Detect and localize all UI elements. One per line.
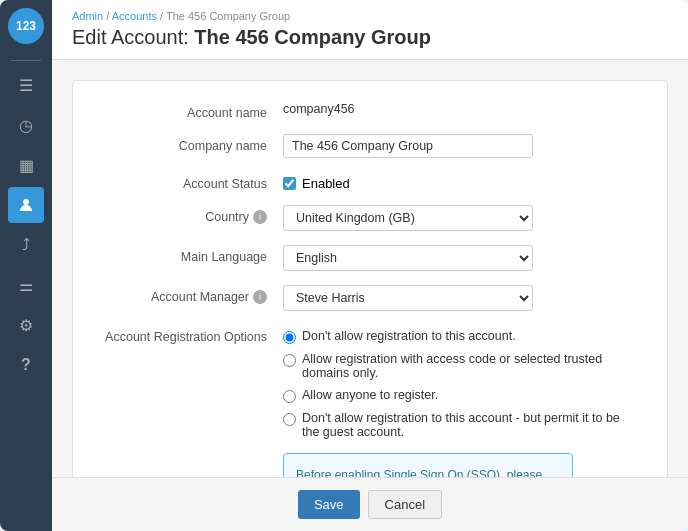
account-status-checkbox[interactable]: [283, 177, 296, 190]
country-row: Country i United Kingdom (GB) United Sta…: [103, 205, 637, 231]
page-header: Admin / Accounts / The 456 Company Group…: [52, 0, 688, 60]
radio-input-1[interactable]: [283, 331, 296, 344]
radio-option-4: Don't allow registration to this account…: [283, 411, 637, 439]
account-name-control: company456: [283, 101, 637, 116]
account-status-row: Account Status Enabled: [103, 172, 637, 191]
account-manager-control: Steve Harris Jane Doe John Smith: [283, 285, 637, 311]
form-card: Account name company456 Company name: [72, 80, 668, 477]
account-status-text[interactable]: Enabled: [302, 176, 350, 191]
app-logo: 123: [8, 8, 44, 44]
country-info-icon[interactable]: i: [253, 210, 267, 224]
sidebar-item-menu[interactable]: ☰: [8, 67, 44, 103]
sidebar-item-clock[interactable]: ◷: [8, 107, 44, 143]
company-name-control: [283, 134, 637, 158]
account-name-row: Account name company456: [103, 101, 637, 120]
content-area: Account name company456 Company name: [52, 60, 688, 477]
breadcrumb-accounts[interactable]: Accounts: [112, 10, 157, 22]
radio-label-1[interactable]: Don't allow registration to this account…: [302, 329, 516, 343]
sidebar-item-config[interactable]: ⚌: [8, 267, 44, 303]
country-select[interactable]: United Kingdom (GB) United States (US) G…: [283, 205, 533, 231]
breadcrumb: Admin / Accounts / The 456 Company Group: [72, 10, 668, 22]
main-language-select[interactable]: English French German Spanish: [283, 245, 533, 271]
account-name-value: company456: [283, 97, 355, 116]
radio-label-4[interactable]: Don't allow registration to this account…: [302, 411, 637, 439]
country-label: Country i: [103, 205, 283, 224]
radio-label-3[interactable]: Allow anyone to register.: [302, 388, 438, 402]
radio-option-1: Don't allow registration to this account…: [283, 329, 637, 344]
radio-label-2[interactable]: Allow registration with access code or s…: [302, 352, 637, 380]
main-area: Admin / Accounts / The 456 Company Group…: [52, 0, 688, 531]
sidebar: 123 ☰ ◷ ▦ ⤴ ⚌ ⚙ ?: [0, 0, 52, 531]
account-status-checkbox-row: Enabled: [283, 172, 637, 191]
radio-input-2[interactable]: [283, 354, 296, 367]
sso-info-box: Before enabling Single Sign On (SSO), pl…: [283, 453, 573, 477]
sidebar-item-help[interactable]: ?: [8, 347, 44, 383]
account-manager-row: Account Manager i Steve Harris Jane Doe …: [103, 285, 637, 311]
company-name-input[interactable]: [283, 134, 533, 158]
sidebar-item-accounts[interactable]: [8, 187, 44, 223]
cancel-button[interactable]: Cancel: [368, 490, 442, 519]
account-status-control: Enabled: [283, 172, 637, 191]
registration-options-row: Account Registration Options Don't allow…: [103, 325, 637, 439]
radio-group: Don't allow registration to this account…: [283, 325, 637, 439]
registration-options-label: Account Registration Options: [103, 325, 283, 344]
company-name-label: Company name: [103, 134, 283, 153]
sidebar-item-reports[interactable]: ▦: [8, 147, 44, 183]
main-language-label: Main Language: [103, 245, 283, 264]
account-manager-info-icon[interactable]: i: [253, 290, 267, 304]
account-manager-label: Account Manager i: [103, 285, 283, 304]
radio-option-2: Allow registration with access code or s…: [283, 352, 637, 380]
country-control: United Kingdom (GB) United States (US) G…: [283, 205, 637, 231]
sidebar-item-settings[interactable]: ⚙: [8, 307, 44, 343]
save-button[interactable]: Save: [298, 490, 360, 519]
page-title: Edit Account: The 456 Company Group: [72, 26, 668, 49]
radio-option-3: Allow anyone to register.: [283, 388, 637, 403]
account-name-label: Account name: [103, 101, 283, 120]
footer-buttons: Save Cancel: [52, 477, 688, 531]
svg-point-0: [23, 199, 29, 205]
company-name-row: Company name: [103, 134, 637, 158]
registration-options-control: Don't allow registration to this account…: [283, 325, 637, 439]
account-manager-select[interactable]: Steve Harris Jane Doe John Smith: [283, 285, 533, 311]
radio-input-3[interactable]: [283, 390, 296, 403]
accounts-icon: [18, 197, 34, 213]
account-status-label: Account Status: [103, 172, 283, 191]
main-language-row: Main Language English French German Span…: [103, 245, 637, 271]
main-language-control: English French German Spanish: [283, 245, 637, 271]
sidebar-divider: [11, 60, 41, 61]
radio-input-4[interactable]: [283, 413, 296, 426]
sso-info-text: Before enabling Single Sign On (SSO), pl…: [296, 468, 555, 477]
breadcrumb-admin[interactable]: Admin: [72, 10, 103, 22]
breadcrumb-current: The 456 Company Group: [166, 10, 290, 22]
sidebar-item-analytics[interactable]: ⤴: [8, 227, 44, 263]
